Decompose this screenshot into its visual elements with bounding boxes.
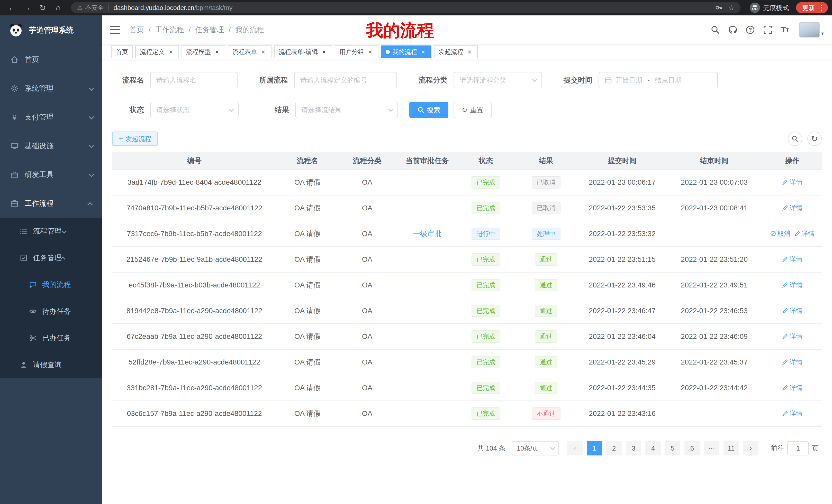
sidebar-item-leave-query[interactable]: 请假查询 — [0, 352, 102, 378]
sidebar-item-process-management[interactable]: 流程管理 — [0, 218, 102, 245]
col-result: 结果 — [513, 152, 579, 170]
tab-my-process[interactable]: 我的流程× — [381, 46, 432, 58]
page-size-select[interactable]: 10条/页 — [512, 441, 559, 455]
tab-home[interactable]: 首页 — [111, 46, 133, 58]
close-icon[interactable]: × — [260, 48, 267, 55]
status-badge: 已完成 — [471, 176, 500, 189]
close-icon[interactable]: × — [466, 48, 473, 55]
parent-process-input[interactable]: 请输入流程定义的编号 — [294, 72, 397, 88]
page: ← → ↻ ⌂ ⚠ 不安全 dashboard.yudao.iocoder.cn… — [0, 0, 832, 504]
status-badge: 已完成 — [471, 382, 500, 394]
more-pages-button[interactable]: ··· — [704, 441, 719, 455]
status-badge: 已完成 — [471, 253, 500, 265]
breadcrumb-workflow[interactable]: 工作流程 — [155, 25, 184, 35]
result-badge: 通过 — [535, 253, 557, 265]
tab-process-form-edit[interactable]: 流程表单-编辑× — [274, 46, 332, 58]
detail-link[interactable]: 详情 — [782, 204, 802, 212]
address-bar[interactable]: ⚠ 不安全 dashboard.yudao.iocoder.cn /bpm/ta… — [71, 2, 740, 13]
toggle-search-button[interactable] — [788, 132, 802, 146]
sidebar-item-my-process[interactable]: 我的流程 — [0, 271, 102, 298]
detail-link[interactable]: 详情 — [795, 229, 814, 238]
breadcrumb-home[interactable]: 首页 — [130, 25, 144, 35]
breadcrumb-task-management[interactable]: 任务管理 — [196, 25, 224, 35]
tab-user-group[interactable]: 用户分组× — [335, 46, 379, 58]
tab-process-definition[interactable]: 流程定义× — [135, 46, 179, 58]
page-button-1[interactable]: 1 — [587, 441, 602, 455]
sidebar-item-workflow[interactable]: 工作流程 — [0, 189, 102, 218]
result-badge: 通过 — [535, 356, 557, 368]
home-icon — [10, 55, 19, 64]
tab-start-process[interactable]: 发起流程× — [434, 46, 478, 58]
font-size-icon[interactable]: TT — [779, 23, 792, 36]
logo[interactable]: 芋道管理系统 — [0, 16, 102, 45]
detail-link[interactable]: 详情 — [782, 358, 802, 366]
sidebar-item-done-tasks[interactable]: 已办任务 — [0, 325, 102, 352]
list-icon — [20, 227, 28, 235]
start-process-button[interactable]: + 发起流程 — [112, 132, 158, 146]
search-button[interactable]: 搜索 — [409, 102, 448, 118]
sidebar-toggle-icon[interactable] — [110, 26, 120, 34]
detail-link[interactable]: 详情 — [782, 255, 802, 263]
close-icon[interactable]: × — [213, 48, 220, 55]
next-page-button[interactable]: › — [743, 441, 758, 455]
sidebar-item-payment[interactable]: ¥ 支付管理 — [0, 103, 102, 132]
gear-icon — [10, 84, 19, 92]
goto-page-input[interactable]: 1 — [787, 441, 809, 455]
browser-update-button[interactable]: 更新 ⋮ — [796, 2, 828, 13]
refresh-icon[interactable]: ↻ — [36, 2, 49, 14]
detail-link[interactable]: 详情 — [782, 409, 802, 418]
process-name-input[interactable]: 请输入流程名 — [150, 72, 238, 88]
help-icon[interactable]: ? — [744, 23, 757, 36]
reset-button[interactable]: ↻ 重置 — [453, 102, 492, 118]
caret-down-icon: ▾ — [821, 30, 824, 36]
tab-process-model[interactable]: 流程模型× — [182, 46, 225, 58]
detail-link[interactable]: 详情 — [782, 281, 802, 289]
bookmark-star-icon[interactable]: ☆ — [728, 4, 734, 12]
table-row: 7317cec6-7b9b-11ec-b5b7-acde48001122 OA … — [112, 221, 822, 247]
cancel-link[interactable]: 取消 — [770, 229, 790, 238]
status-select[interactable]: 请选择状态 — [150, 102, 239, 118]
close-icon[interactable]: × — [367, 48, 374, 55]
close-icon[interactable]: × — [420, 48, 427, 55]
back-icon[interactable]: ← — [6, 2, 18, 14]
fullscreen-icon[interactable] — [761, 23, 774, 36]
close-icon[interactable]: × — [167, 48, 174, 55]
page-button-11[interactable]: 11 — [724, 441, 739, 455]
detail-link[interactable]: 详情 — [782, 332, 802, 341]
close-icon[interactable]: × — [320, 48, 328, 55]
sidebar-item-home[interactable]: 首页 — [0, 45, 102, 74]
sidebar-item-task-management[interactable]: 任务管理 — [0, 245, 102, 271]
prev-page-button[interactable]: ‹ — [567, 441, 582, 455]
forward-icon[interactable]: → — [21, 2, 33, 14]
sidebar-item-devtools[interactable]: 研发工具 — [0, 160, 102, 189]
page-button-4[interactable]: 4 — [645, 441, 661, 455]
annotation-title: 我的流程 — [366, 19, 434, 42]
password-key-icon[interactable] — [715, 4, 722, 11]
active-dot — [386, 50, 390, 54]
page-button-3[interactable]: 3 — [626, 441, 641, 455]
chevron-down-icon — [89, 171, 93, 179]
browser-menu-icon[interactable]: ⋮ — [818, 4, 825, 12]
refresh-table-button[interactable]: ↻ — [807, 132, 822, 146]
status-badge: 已完成 — [471, 356, 500, 368]
sidebar-item-system[interactable]: 系统管理 — [0, 74, 102, 103]
current-task-link[interactable]: 一级审批 — [413, 230, 442, 237]
page-button-2[interactable]: 2 — [606, 441, 622, 455]
scissors-icon — [29, 334, 37, 342]
sidebar-item-infrastructure[interactable]: 基础设施 — [0, 132, 102, 160]
detail-link[interactable]: 详情 — [782, 384, 802, 392]
user-menu[interactable]: ▾ — [799, 22, 824, 37]
submit-time-range-picker[interactable]: 开始日期 - 结束日期 — [599, 72, 718, 88]
result-select[interactable]: 请选择流结果 — [295, 102, 398, 118]
page-button-6[interactable]: 6 — [684, 441, 700, 455]
detail-link[interactable]: 详情 — [782, 306, 802, 315]
sidebar-item-todo-tasks[interactable]: 待办任务 — [0, 298, 102, 325]
search-icon[interactable] — [709, 23, 722, 36]
table-row: ec45f38f-7b9a-11ec-b03b-acde48001122 OA … — [112, 272, 822, 298]
detail-link[interactable]: 详情 — [782, 178, 802, 187]
github-icon[interactable] — [726, 23, 739, 36]
category-select[interactable]: 请选择流程分类 — [453, 72, 542, 88]
page-button-5[interactable]: 5 — [665, 441, 680, 455]
tab-process-form[interactable]: 流程表单× — [228, 46, 271, 58]
home-icon[interactable]: ⌂ — [52, 2, 64, 14]
